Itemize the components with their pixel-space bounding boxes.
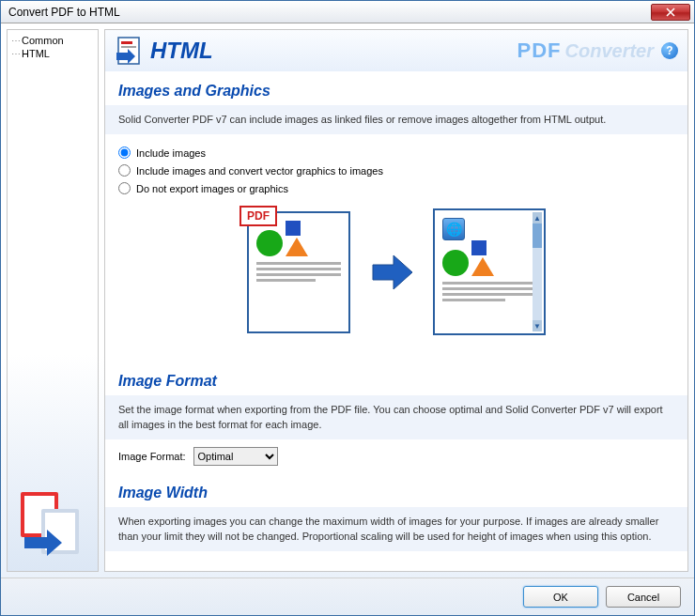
brand-converter-text: Converter — [565, 40, 654, 62]
convert-icon — [15, 488, 90, 563]
section-title-images: Images and Graphics — [105, 71, 687, 105]
sidebar: ⋯Common ⋯HTML — [7, 29, 99, 572]
tree-connector-icon: ⋯ — [11, 36, 20, 46]
image-format-select[interactable]: Optimal — [193, 447, 278, 466]
section-desc-width: When exporting images you can change the… — [105, 507, 687, 551]
section-desc-images: Solid Converter PDF v7 can include image… — [105, 105, 687, 134]
brand-pdf-text: PDF — [517, 38, 562, 63]
section-desc-format: Set the image format when exporting from… — [105, 395, 687, 439]
radio-input[interactable] — [118, 164, 131, 177]
radio-input[interactable] — [118, 182, 131, 194]
nav-tree: ⋯Common ⋯HTML — [8, 30, 98, 64]
conversion-illustration: PDF 🌐 ▲▼ — [118, 197, 674, 352]
arrow-right-icon — [369, 250, 414, 295]
panel-title: HTML — [150, 38, 213, 64]
radio-label: Include images — [136, 147, 206, 159]
section-title-format: Image Format — [105, 362, 687, 395]
close-icon — [666, 8, 675, 17]
window-title: Convert PDF to HTML — [5, 6, 651, 19]
pdf-badge: PDF — [239, 206, 277, 226]
images-options: Include images Include images and conver… — [105, 134, 687, 362]
scroll-content[interactable]: Images and Graphics Solid Converter PDF … — [105, 71, 687, 571]
close-button[interactable] — [651, 4, 690, 21]
pdf-document-icon: PDF — [247, 211, 350, 333]
tree-item-html[interactable]: ⋯HTML — [9, 47, 96, 60]
radio-label: Do not export images or graphics — [136, 183, 288, 194]
tree-item-label: Common — [22, 35, 64, 46]
main-panel: HTML PDF Converter ? Images and Graphics… — [104, 29, 688, 572]
tree-item-common[interactable]: ⋯Common — [9, 34, 96, 47]
radio-input[interactable] — [118, 146, 131, 159]
section-title-width: Image Width — [105, 473, 687, 507]
globe-icon: 🌐 — [442, 218, 465, 240]
tree-item-label: HTML — [22, 48, 50, 59]
html-document-icon — [115, 36, 145, 66]
svg-rect-5 — [121, 41, 132, 44]
tree-connector-icon: ⋯ — [11, 49, 20, 59]
image-format-row: Image Format: Optimal — [105, 439, 687, 473]
ok-button[interactable]: OK — [523, 586, 598, 608]
brand: PDF Converter ? — [517, 38, 678, 63]
dialog-body: ⋯Common ⋯HTML H — [1, 23, 694, 578]
help-button[interactable]: ? — [661, 42, 678, 59]
html-document-icon: 🌐 ▲▼ — [433, 208, 546, 335]
dialog-footer: OK Cancel — [1, 578, 694, 615]
radio-label: Include images and convert vector graphi… — [136, 165, 383, 177]
radio-include-images[interactable]: Include images — [118, 144, 674, 162]
radio-no-export[interactable]: Do not export images or graphics — [118, 179, 674, 197]
panel-header: HTML PDF Converter ? — [105, 30, 687, 71]
dialog-window: Convert PDF to HTML ⋯Common ⋯HTML — [0, 0, 695, 616]
cancel-button[interactable]: Cancel — [606, 586, 681, 608]
svg-rect-6 — [121, 46, 136, 48]
image-format-label: Image Format: — [118, 451, 186, 462]
titlebar: Convert PDF to HTML — [1, 1, 694, 23]
radio-include-convert-vector[interactable]: Include images and convert vector graphi… — [118, 162, 674, 179]
